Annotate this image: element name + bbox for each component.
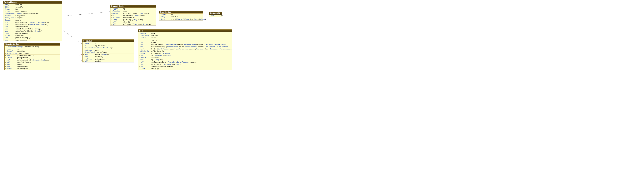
operations-section: +Stringwrite( List<List<String>> data, S… [159, 18, 203, 20]
visibility-marker: + [83, 60, 84, 62]
attr-type: boolean [5, 10, 16, 13]
visibility-marker: - [4, 17, 5, 19]
op-params: ( Throwable t, ServletResponse response … [167, 61, 198, 63]
op-name: addLog [95, 53, 101, 56]
op-params: ( ServletContextEvent sce ) [29, 21, 49, 24]
attribute-row: -booleanmemoryMonitor [3, 10, 62, 13]
class-lock[interactable]: Lock-booleandebug-FilterConfigfilterConf… [138, 30, 232, 70]
op-return: void [112, 21, 123, 23]
attr-type: String [5, 6, 16, 8]
op-params: ( FilterConfig filterConfig ) [162, 63, 180, 65]
visibility-marker: - [4, 11, 5, 12]
operation-row: +voidsetFilterConfig( FilterConfig filte… [138, 63, 232, 65]
operation-row: +booleangetBooleanProperty( String name … [110, 12, 156, 15]
op-params: ( String name, String value ) [132, 23, 152, 25]
op-name: extractDataFromModule [16, 28, 34, 30]
operation-row: +LogQueuegetLogQueue( ) [82, 58, 134, 60]
op-params: ( ) [29, 26, 30, 28]
op-return: int [112, 15, 123, 17]
op-params: ( Model log ) [101, 53, 110, 56]
operation-row: -voidprepareForSpring( ) [3, 37, 62, 39]
op-params: ( FilterConfig filterConfig ) [154, 54, 172, 57]
attr-type: boolean [5, 19, 16, 21]
op-name: doBeforeProcessing [151, 46, 166, 48]
attribute-row: -Loggerlog [3, 8, 62, 10]
op-params: ( List<List<String>> data, String xlsNam… [175, 18, 206, 20]
op-params: ( ) [28, 32, 29, 35]
visibility-marker: + [111, 13, 112, 14]
attr-type: boolean [5, 15, 16, 17]
visibility-marker: - [4, 30, 5, 32]
attribute-row: -ServiceFacadeserviceFacade [4, 52, 60, 55]
visibility-marker: + [111, 17, 112, 19]
attr-type: String [161, 16, 171, 18]
op-name: isRestore [151, 57, 158, 59]
op-params: ( ) [28, 39, 29, 41]
operation-row: -voiddoBeforeProcessing( ServletRequest … [138, 46, 232, 48]
op-name: getIntProperty [123, 15, 134, 17]
attr-name: log [16, 8, 18, 10]
visibility-marker: + [111, 21, 112, 23]
op-name: execute [95, 56, 102, 58]
class-excelservice[interactable]: ExcelService-Loggerlog-StringoutputFile+… [159, 11, 203, 21]
class-title: LogQueue [82, 40, 134, 42]
class-registerservice[interactable]: RegisterService-EntityManagerFactoryenti… [4, 43, 60, 70]
visibility-marker: - [4, 28, 5, 30]
op-name: setRestore [151, 65, 160, 68]
op-return: void [140, 63, 151, 65]
visibility-marker: + [4, 22, 5, 23]
operations-section: +Lock( )+voiddestroy( )-voiddoAfterProce… [138, 39, 232, 70]
op-name: write [171, 18, 175, 20]
visibility-marker: - [5, 48, 6, 50]
op-name: getBooleanProperty [123, 12, 138, 15]
visibility-marker: + [5, 55, 6, 57]
attribute-row: -booleandebug [138, 32, 232, 35]
attr-type: Logger [6, 48, 17, 50]
op-name: deregisterDrivers [16, 26, 29, 28]
op-return: void [5, 24, 16, 26]
operation-row: -voidsendProcessingError( Throwable t, S… [138, 61, 232, 63]
attr-type: int [84, 45, 95, 47]
operation-row: +StringgetStackTrace( Throwable t ) [138, 52, 232, 55]
attr-name: runingMonitor [16, 15, 26, 17]
attr-name: log [17, 48, 20, 50]
class-logqueue[interactable]: LogQueue-Loggerlog-intlogQueueMax-Concur… [82, 40, 134, 62]
op-params: ( ServletRequest request, ServletRespons… [157, 48, 232, 50]
op-params: ( ) [162, 50, 164, 52]
op-params: ( ) [224, 15, 225, 17]
visibility-marker: + [139, 59, 140, 61]
op-name: log [151, 59, 154, 61]
op-name: getProperties [123, 17, 133, 19]
attr-name: memoryMonitorThread [23, 12, 40, 15]
attr-type: Logger [5, 8, 16, 10]
class-title: JulOverSlf4j [209, 12, 222, 15]
op-return: void [140, 48, 151, 50]
attr-type: Logger [84, 42, 95, 45]
op-params: ( ) [158, 57, 160, 59]
class-title: Lock [138, 30, 232, 32]
class-propertyholder[interactable]: PropertyHolder-Loggerlog-Propertiesprops… [110, 5, 156, 26]
operation-row: +Lock( ) [138, 39, 232, 41]
operations-section: +voidaddLog( Model log )-voidexecute( )+… [82, 53, 134, 62]
op-name: openEntityManager [17, 61, 32, 63]
operations-section: +voidinit( ) [209, 15, 222, 17]
operations-section: +voidcloseEntityManager( )+List<T>getReg… [4, 54, 60, 70]
visibility-marker: - [4, 4, 5, 6]
op-name: saveLog [95, 60, 102, 62]
op-name: getRegisteData [17, 57, 29, 59]
class-juloverslf4j[interactable]: JulOverSlf4j+voidinit( ) [209, 12, 222, 17]
visibility-marker: + [139, 50, 140, 52]
attr-type: EntityManagerFactory [6, 46, 24, 48]
op-params: ( ) [32, 61, 33, 63]
visibility-marker: + [83, 54, 84, 56]
op-name: onApplicationEvent [17, 59, 32, 61]
attr-name: filterConfig [151, 35, 160, 37]
attribute-row: -Loggerlog [4, 48, 60, 50]
visibility-marker: - [83, 45, 84, 47]
operation-row: -voidderegisterDrivers( ) [3, 26, 62, 28]
visibility-marker: # [5, 68, 6, 70]
class-systemlistener[interactable]: SystemListener-StringbasePath-Stringcont… [3, 1, 62, 41]
visibility-marker: + [111, 19, 112, 21]
operation-row: +voidregisteSuccess( ) [4, 66, 60, 68]
visibility-marker: - [139, 33, 140, 35]
